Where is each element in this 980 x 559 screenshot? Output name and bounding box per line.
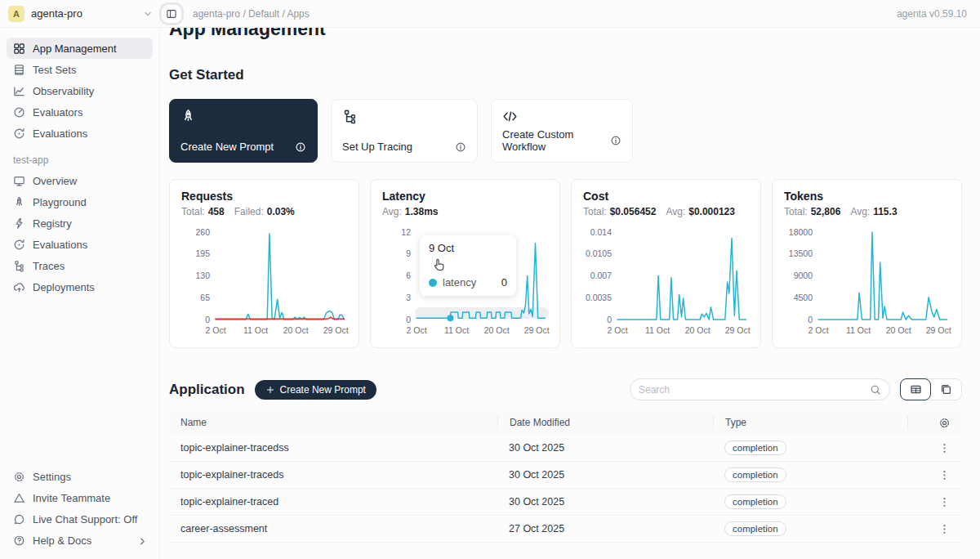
metric-chart[interactable]: 00.00350.0070.01050.0142 Oct11 Oct20 Oct… [583,222,751,338]
sidebar-item-label: Help & Docs [33,534,129,547]
svg-text:130: 130 [195,271,210,280]
sidebar-main-list: App ManagementTest SetsObservabilityEval… [7,38,153,144]
svg-text:29 Oct: 29 Oct [725,325,751,335]
card-label: Create Custom Workflow [502,128,604,153]
row-actions-menu-icon[interactable] [938,496,951,508]
create-new-prompt-button[interactable]: Create New Prompt [255,380,376,400]
get-started-card-set-up-tracing[interactable]: Set Up Tracing [331,99,478,163]
sidebar-item-label: Evaluations [33,127,146,140]
application-header: Application Create New Prompt [169,378,962,400]
info-icon[interactable] [610,135,621,146]
info-icon[interactable] [455,141,466,153]
card-view-button[interactable] [930,379,961,400]
cell-type: completion [713,467,907,482]
svg-text:11 Oct: 11 Oct [444,325,469,335]
svg-text:4500: 4500 [794,293,813,302]
get-started-card-create-new-prompt[interactable]: Create New Prompt [169,99,318,163]
info-icon[interactable] [295,141,306,153]
metric-chart[interactable]: 04500900013500180002 Oct11 Oct20 Oct29 O… [784,222,951,338]
rows-icon [13,64,25,76]
cards-view-icon [940,383,952,396]
row-actions-menu-icon[interactable] [938,523,951,535]
metric-cards: RequestsTotal:458Failed:0.03%06513019526… [169,179,962,348]
sidebar-item-live-chat-support-off[interactable]: Live Chat Support: Off [7,508,153,530]
row-actions-menu-icon[interactable] [938,469,951,481]
metric-card-requests: RequestsTotal:458Failed:0.03%06513019526… [169,179,359,348]
metric-card-cost: CostTotal:$0.056452Avg:$0.00012300.00350… [571,179,761,348]
svg-text:18000: 18000 [789,227,813,237]
view-toggle [900,378,962,400]
metric-title: Requests [181,190,347,203]
gauge-icon [13,106,25,119]
svg-text:0: 0 [205,315,210,324]
sidebar-item-app-management[interactable]: App Management [7,38,153,59]
tooltip-value: 0 [501,276,507,288]
column-settings-gear-icon[interactable] [938,417,951,429]
svg-text:0: 0 [406,315,411,324]
sidebar-item-registry[interactable]: Registry [7,212,153,234]
sidebar: App ManagementTest SetsObservabilityEval… [0,28,160,559]
row-actions-menu-icon[interactable] [938,442,951,454]
cell-name: topic-explainer-traced [169,496,497,508]
sidebar-item-invite-teammate[interactable]: Invite Teammate [7,487,153,508]
svg-text:20 Oct: 20 Oct [484,325,510,335]
topbar: A agenta-pro agenta-pro / Default / Apps… [0,0,980,28]
create-new-prompt-label: Create New Prompt [280,384,366,396]
svg-text:29 Oct: 29 Oct [323,325,349,335]
sidebar-item-label: Evaluations [33,239,146,251]
sidebar-spacer [7,297,153,466]
svg-text:195: 195 [195,248,210,258]
column-header-date-modified: Date Modified [497,415,713,430]
sidebar-toggle-button[interactable] [162,5,181,23]
metric-card-latency: LatencyAvg:1.38ms0369122 Oct11 Oct20 Oct… [370,179,560,348]
sidebar-item-label: Playground [33,196,146,208]
cell-type: completion [713,440,907,455]
sidebar-item-evaluators[interactable]: Evaluators [7,101,153,123]
search-box [630,378,890,400]
search-input[interactable] [639,384,865,396]
table-header: Name Date Modified Type [169,410,962,435]
sidebar-item-label: Test Sets [33,64,146,76]
table-view-button[interactable] [900,378,931,400]
app-version: agenta v0.59.10 [897,8,967,20]
metric-chart[interactable]: 0651301952602 Oct11 Oct20 Oct29 Oct [181,222,349,338]
tooltip-series: latency [443,276,476,288]
cell-date-modified: 30 Oct 2025 [497,469,713,481]
card-label: Create New Prompt [180,141,274,153]
sidebar-item-help-docs[interactable]: Help & Docs [7,530,153,551]
table-row[interactable]: topic-explainer-traceds30 Oct 2025comple… [169,462,962,489]
svg-text:11 Oct: 11 Oct [846,325,871,335]
tooltip-date: 9 Oct [429,242,507,254]
get-started-card-create-custom-workflow[interactable]: Create Custom Workflow [491,99,633,163]
sidebar-item-traces[interactable]: Traces [7,255,153,276]
sidebar-item-observability[interactable]: Observability [7,80,153,101]
table-row[interactable]: career-assessment27 Oct 2025completion [169,516,962,543]
workspace-avatar: A [8,6,24,22]
table-view-icon [910,383,922,396]
search-icon[interactable] [870,384,881,396]
sidebar-item-test-sets[interactable]: Test Sets [7,59,153,80]
monitor-icon [13,175,25,187]
code-icon [502,109,518,124]
application-heading: Application [169,382,245,398]
sidebar-item-label: Registry [33,217,146,230]
breadcrumb[interactable]: agenta-pro / Default / Apps [193,8,897,20]
svg-text:20 Oct: 20 Oct [283,325,309,335]
type-badge: completion [724,440,786,455]
gear-icon [13,471,25,483]
sidebar-item-playground[interactable]: Playground [7,191,153,212]
table-row[interactable]: topic-explainer-tracedss30 Oct 2025compl… [169,435,962,462]
sidebar-item-evaluations[interactable]: Evaluations [7,123,153,144]
svg-text:3: 3 [406,293,411,302]
table-row[interactable]: topic-explainer-traced30 Oct 2025complet… [169,489,962,516]
column-header-actions [907,415,962,430]
sidebar-item-deployments[interactable]: Deployments [7,276,153,297]
column-header-name: Name [169,415,497,430]
metric-stat: Total:458 [181,206,225,217]
sidebar-item-overview[interactable]: Overview [7,170,153,191]
svg-text:12: 12 [401,227,411,237]
workspace-selector[interactable]: A agenta-pro [8,6,154,22]
tree-icon [13,260,25,272]
sidebar-item-evaluations[interactable]: Evaluations [7,234,153,255]
sidebar-item-settings[interactable]: Settings [7,466,153,487]
